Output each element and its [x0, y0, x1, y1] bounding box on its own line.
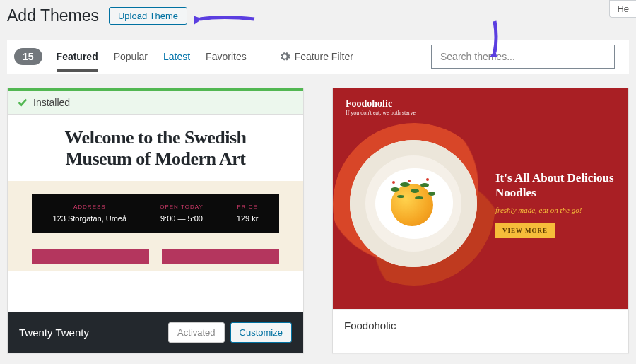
search-input[interactable] — [431, 45, 615, 69]
preview-hero-line: Welcome to the Swedish — [65, 127, 247, 148]
customize-button[interactable]: Customize — [230, 322, 292, 343]
preview-col-value: 123 Storgatan, Umeå — [53, 214, 127, 223]
theme-card[interactable]: Foodoholic If you don't eat, we both sta… — [332, 88, 629, 353]
feature-filter-label: Feature Filter — [295, 51, 353, 62]
preview-food-image — [340, 130, 488, 278]
help-tab[interactable]: He — [609, 0, 636, 18]
preview-headline: It's All About Delicious Noodles — [495, 170, 617, 201]
upload-theme-button[interactable]: Upload Theme — [109, 7, 187, 25]
theme-preview: Foodoholic If you don't eat, we both sta… — [333, 88, 628, 309]
preview-col-label: OPEN TODAY — [160, 204, 204, 210]
installed-banner: Installed — [8, 88, 303, 115]
preview-col-label: PRICE — [237, 204, 259, 210]
check-icon — [18, 98, 28, 107]
page-title: Add Themes — [7, 6, 99, 25]
preview-hero-line: Museum of Modern Art — [65, 148, 245, 169]
preview-block — [32, 249, 149, 264]
preview-logo: Foodoholic — [346, 98, 616, 110]
gear-icon — [279, 51, 290, 62]
theme-preview: Welcome to the Swedish Museum of Modern … — [8, 115, 303, 312]
preview-subtext: freshly made, eat on the go! — [495, 206, 617, 214]
preview-col-label: ADDRESS — [53, 204, 127, 210]
tab-latest[interactable]: Latest — [163, 41, 190, 72]
filter-bar: 15 Featured Popular Latest Favorites Fea… — [7, 40, 629, 74]
tab-popular[interactable]: Popular — [114, 41, 148, 72]
theme-name: Foodoholic — [344, 319, 396, 331]
activated-button: Activated — [168, 322, 224, 343]
theme-count-badge: 15 — [14, 48, 42, 65]
annotation-arrow-icon — [194, 8, 258, 30]
theme-card[interactable]: Installed Welcome to the Swedish Museum … — [7, 88, 304, 353]
preview-col-value: 129 kr — [237, 214, 259, 223]
theme-name: Twenty Twenty — [19, 327, 89, 339]
tab-favorites[interactable]: Favorites — [206, 41, 247, 72]
feature-filter-button[interactable]: Feature Filter — [279, 51, 353, 62]
preview-block — [162, 249, 279, 264]
installed-label: Installed — [33, 97, 70, 108]
preview-tagline: If you don't eat, we both starve — [346, 110, 616, 116]
preview-col-value: 9:00 — 5:00 — [160, 214, 204, 223]
tab-featured[interactable]: Featured — [57, 41, 98, 72]
preview-cta-button: VIEW MORE — [495, 223, 555, 238]
